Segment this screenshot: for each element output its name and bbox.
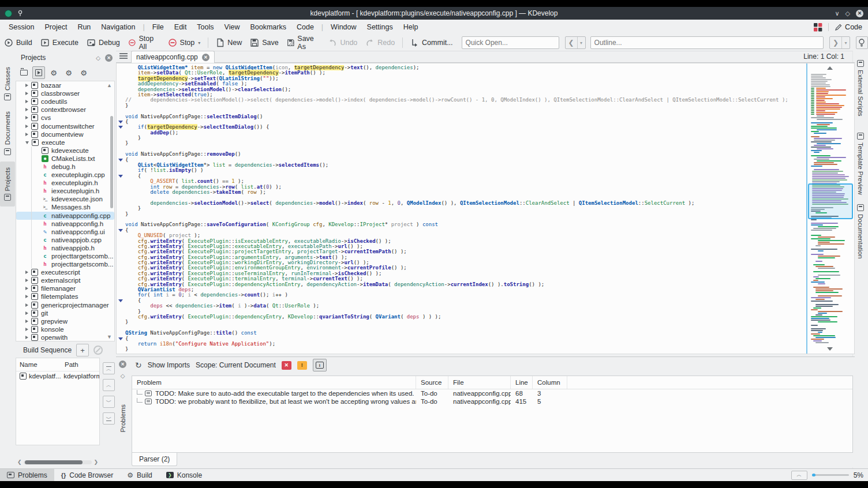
code-line[interactable]: } xyxy=(125,141,807,146)
collapsed-expander-icon[interactable] xyxy=(25,295,28,298)
warnings-filter-icon[interactable]: ! xyxy=(297,361,307,370)
menu-settings[interactable]: Settings xyxy=(362,21,398,33)
sidebar-tab-projects[interactable]: Projects xyxy=(0,162,15,207)
save-button[interactable]: Save xyxy=(246,36,283,49)
code-view[interactable]: QListWidgetItem* item = new QListWidgetI… xyxy=(125,65,807,352)
code-line[interactable]: void NativeAppConfigPage::selectItemDial… xyxy=(125,114,807,119)
close-panel-icon[interactable]: ✕ xyxy=(105,54,113,62)
tree-item-executescript[interactable]: executescript xyxy=(16,268,114,276)
tree-item-executeplugin-h[interactable]: hexecuteplugin.h xyxy=(16,179,114,187)
tree-item-debug-h[interactable]: hdebug.h xyxy=(16,163,114,171)
menu-bookmarks[interactable]: Bookmarks xyxy=(245,21,291,33)
document-tab[interactable]: nativeappconfig.cpp ✕ xyxy=(131,51,215,63)
collapsed-expander-icon[interactable] xyxy=(25,108,28,111)
tree-item-filetemplates[interactable]: filetemplates xyxy=(16,292,114,301)
redo-button[interactable]: Redo xyxy=(361,36,399,49)
collapsed-expander-icon[interactable] xyxy=(25,271,28,274)
column-header-file[interactable]: File xyxy=(448,376,511,389)
collapsed-expander-icon[interactable] xyxy=(25,311,28,315)
titlebar[interactable]: kdevplatform - [ kdevplatform:plugins/ex… xyxy=(0,7,868,20)
code-line[interactable]: } xyxy=(125,136,807,141)
stop-dropdown-icon[interactable]: ▾ xyxy=(198,40,200,46)
column-header-path[interactable]: Path xyxy=(61,361,96,368)
code-line[interactable]: cfg.writeEntry( ExecutePlugin::dependenc… xyxy=(125,314,807,320)
sidebar-tab-template-preview[interactable]: Template Preview xyxy=(853,133,868,200)
scope-dropdown[interactable]: Scope: Current Document xyxy=(196,361,276,369)
scroll-up-icon[interactable] xyxy=(827,66,833,70)
fold-marker-icon[interactable] xyxy=(118,121,123,123)
expanded-expander-icon[interactable] xyxy=(25,141,29,144)
code-line[interactable]: QList<QListWidgetItem*> list = dependenc… xyxy=(125,163,807,168)
zoom-slider-handle[interactable] xyxy=(812,474,815,476)
build-options-button[interactable]: ⚙ xyxy=(77,66,90,79)
tab-close-icon[interactable]: ✕ xyxy=(202,54,209,61)
maximize-button[interactable]: ◇ xyxy=(845,10,850,17)
tree-item-iexecuteplugin-h[interactable]: hiexecuteplugin.h xyxy=(16,187,114,195)
problem-row[interactable]: TODO: Make sure to auto-add the executab… xyxy=(132,389,852,397)
sidebar-tab-documents[interactable]: Documents xyxy=(0,108,15,158)
tree-item-projecttargetscomb-[interactable]: cprojecttargetscomb... xyxy=(16,252,114,260)
menu-window[interactable]: Window xyxy=(326,21,361,33)
build-button[interactable]: Build xyxy=(0,36,36,49)
code-line[interactable]: addDep(); xyxy=(125,130,807,136)
tree-item-contextbrowser[interactable]: contextbrowser xyxy=(16,106,114,114)
collapsed-expander-icon[interactable] xyxy=(25,133,28,136)
code-line[interactable]: for( int i = 0; i < dependencies->count(… xyxy=(125,292,807,298)
menu-help[interactable]: Help xyxy=(398,21,424,33)
configure-button[interactable]: ⚙ xyxy=(47,66,60,79)
menu-code[interactable]: Code xyxy=(291,21,319,33)
collapsed-expander-icon[interactable] xyxy=(25,92,28,95)
parser-tab[interactable]: Parser (2) xyxy=(132,453,177,466)
tree-item-classbrowser[interactable]: classbrowser xyxy=(16,89,114,97)
statusbar-build-button[interactable]: ⚙Build xyxy=(120,469,159,481)
tree-item-filemanager[interactable]: filemanager xyxy=(16,284,114,292)
back-button[interactable]: ❮▾ xyxy=(565,36,586,49)
add-to-build-sequence-button[interactable]: + xyxy=(76,344,89,356)
tree-item-nativeappconfig-ui[interactable]: ✎nativeappconfig.ui xyxy=(16,228,114,236)
tree-item-openwith[interactable]: openwith xyxy=(16,333,114,341)
menu-session[interactable]: Session xyxy=(3,21,39,33)
back-dropdown-icon[interactable]: ▾ xyxy=(577,37,585,48)
code-editor[interactable]: QListWidgetItem* item = new QListWidgetI… xyxy=(116,63,855,354)
hints-filter-button[interactable]: i xyxy=(313,359,327,371)
code-line[interactable]: } xyxy=(125,212,807,217)
statusbar-code-browser-button[interactable]: {}Code Browser xyxy=(54,469,121,481)
execute-button[interactable]: Execute xyxy=(36,36,83,49)
build-selection-button[interactable] xyxy=(32,66,45,79)
open-project-button[interactable] xyxy=(17,66,30,79)
new-button[interactable]: New xyxy=(212,36,246,49)
code-line[interactable]: deps << dependencies->item( i )->data( Q… xyxy=(125,303,807,309)
fold-marker-icon[interactable] xyxy=(118,159,123,162)
column-header-name[interactable]: Name xyxy=(16,361,61,368)
code-line[interactable]: delete dependencies->takeItem( row ); xyxy=(125,190,807,195)
collapsed-expander-icon[interactable] xyxy=(25,116,28,119)
area-code-button[interactable]: Code xyxy=(835,23,862,31)
minimize-button[interactable]: ∨ xyxy=(835,10,839,17)
document-list-icon[interactable] xyxy=(119,53,128,60)
tree-item-genericprojectmanager[interactable]: genericprojectmanager xyxy=(16,301,114,309)
tree-item-grepview[interactable]: grepview xyxy=(16,317,114,325)
tree-item-nativeappconfig-cpp[interactable]: cnativeappconfig.cpp xyxy=(16,212,114,220)
tree-item-cmakelists-txt[interactable]: ●CMakeLists.txt xyxy=(16,155,114,163)
code-line[interactable]: } xyxy=(125,206,807,211)
zoom-slider[interactable] xyxy=(812,474,849,476)
tree-item-execute[interactable]: execute xyxy=(16,138,114,147)
collapsed-expander-icon[interactable] xyxy=(25,279,28,282)
forward-dropdown-icon[interactable]: ▾ xyxy=(841,37,850,48)
pin-icon[interactable] xyxy=(17,10,24,17)
tree-item-nativeappjob-cpp[interactable]: cnativeappjob.cpp xyxy=(16,236,114,244)
area-switcher-icon[interactable] xyxy=(814,23,822,32)
tree-item-externalscript[interactable]: externalscript xyxy=(16,276,114,284)
menu-run[interactable]: Run xyxy=(72,21,96,33)
fold-marker-icon[interactable] xyxy=(118,229,123,232)
code-line[interactable]: void NativeAppConfigPage::removeDep() xyxy=(125,152,807,157)
column-header-problem[interactable]: Problem xyxy=(132,376,416,389)
tree-scrollbar[interactable] xyxy=(110,116,113,208)
float-problems-icon[interactable]: ◇ xyxy=(121,373,125,379)
build-sequence-row[interactable]: kdevplatf...kdevplatform xyxy=(16,371,99,381)
code-line[interactable]: { xyxy=(125,228,807,233)
menu-tools[interactable]: Tools xyxy=(192,21,219,33)
scroll-down-icon[interactable] xyxy=(827,347,833,351)
tree-item-executeplugin-cpp[interactable]: cexecuteplugin.cpp xyxy=(16,171,114,179)
outline-input[interactable] xyxy=(590,36,824,49)
